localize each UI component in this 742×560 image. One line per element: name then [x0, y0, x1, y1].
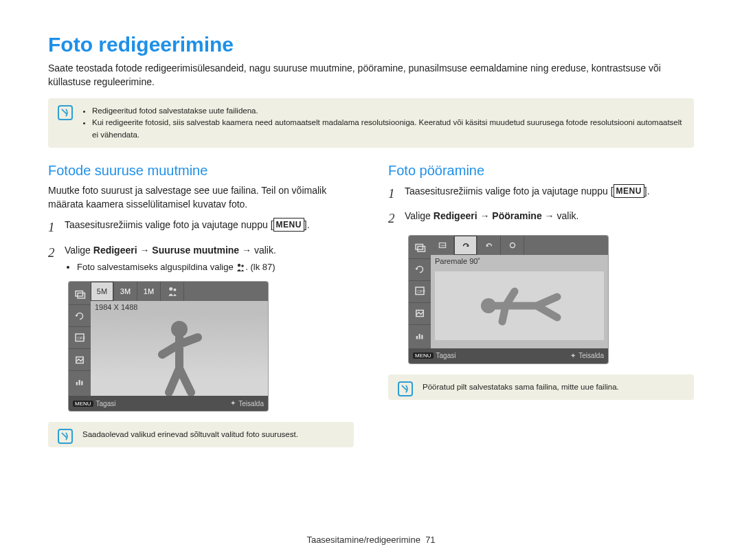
intro-paragraph: Saate teostada fotode redigeerimisülesan… [48, 62, 694, 89]
step-text: Taasesitusrežiimis valige foto ja vajuta… [405, 186, 611, 197]
right-note-text: Pööratud pilt salvestataks sama failina,… [423, 383, 619, 391]
sub-bullet-ref: . (lk 87) [245, 262, 275, 272]
step2-bold: Redigeeri → Suuruse muutmine [93, 245, 239, 256]
step-end: . [647, 186, 650, 197]
sidebar-resize-icon [409, 237, 431, 259]
bottom-back-label: Tagasi [436, 352, 456, 359]
svg-rect-20 [421, 335, 423, 339]
left-note-text: Saadaolevad valikud erinevad sõltuvalt v… [82, 430, 298, 438]
step-end: . [307, 219, 310, 230]
rotate-label: Paremale 90˚ [431, 255, 608, 267]
tab-people-icon[interactable] [161, 282, 184, 301]
screen-bottom-bar: MENU Tagasi ✦ Teisalda [409, 348, 608, 363]
rotate-180-icon[interactable] [501, 236, 524, 255]
left-note-box: Saadaolevad valikud erinevad sõltuvalt v… [48, 422, 354, 447]
bottom-move-label: Teisalda [578, 352, 604, 359]
sidebar-resize-icon [69, 283, 91, 305]
dimension-label: 1984 X 1488 [91, 301, 268, 313]
svg-point-1 [241, 265, 244, 267]
svg-rect-19 [419, 334, 420, 339]
tab-1m[interactable]: 1M [137, 282, 161, 301]
svg-point-0 [238, 263, 240, 266]
step2-pre: Valige [65, 245, 93, 256]
right-column: Foto pööramine 1 Taasesitusrežiimis vali… [388, 163, 694, 462]
right-step-1: 1 Taasesitusrežiimis valige foto ja vaju… [388, 184, 694, 204]
sidebar-bars-icon [69, 371, 91, 393]
bottom-move-label: Teisalda [238, 400, 264, 407]
svg-rect-18 [416, 336, 418, 339]
menu-button-label: MENU [614, 184, 644, 198]
step2-post: → valik. [239, 245, 276, 256]
rotate-right-icon[interactable] [454, 236, 477, 255]
step2-post: → valik. [542, 210, 579, 221]
bottom-menu-label: MENU [73, 401, 93, 407]
sidebar-edit-icon: OFF [409, 281, 431, 303]
size-tabs: 5M 3M 1M [91, 282, 268, 301]
bottom-menu-label: MENU [413, 352, 434, 359]
page-footer: Taasesitamine/redigeerimine 71 [0, 535, 742, 545]
right-heading: Foto pööramine [388, 163, 694, 179]
left-column: Fotode suuruse muutmine Muutke foto suur… [48, 163, 354, 462]
svg-text:OFF: OFF [417, 290, 425, 294]
step-number: 1 [388, 184, 398, 204]
tab-3m[interactable]: 3M [114, 282, 137, 301]
info-icon [398, 381, 413, 396]
screen-sidebar: OFF [409, 236, 431, 348]
rotate-left-icon[interactable] [477, 236, 501, 255]
rotate-screen: OFF OFF Paremale 90˚ [409, 236, 608, 363]
left-heading: Fotode suuruse muutmine [48, 163, 354, 179]
screen-bottom-bar: MENU Tagasi ✦ Teisalda [69, 396, 268, 411]
sidebar-edit-icon: OFF [69, 327, 91, 349]
svg-point-11 [173, 289, 176, 291]
dpad-icon: ✦ [570, 352, 576, 359]
step2-pre: Valige [405, 210, 434, 221]
step2-bold: Redigeeri → Pööramine [434, 210, 542, 221]
dpad-icon: ✦ [230, 400, 236, 407]
sidebar-image-icon [409, 303, 431, 325]
page-title: Foto redigeerimine [48, 33, 694, 56]
bottom-back-label: Tagasi [96, 400, 116, 407]
rotate-tabs: OFF [431, 236, 608, 255]
sidebar-rotate-icon [69, 305, 91, 327]
left-sub-bullet: Foto salvestamiseks alguspildina valige … [77, 260, 354, 276]
left-desc: Muutke foto suurust ja salvestage see uu… [48, 184, 354, 211]
info-icon [58, 429, 73, 444]
svg-text:OFF: OFF [440, 244, 446, 247]
step-number: 2 [48, 243, 58, 276]
left-step-1: 1 Taasesitusrežiimis valige foto ja vaju… [48, 218, 354, 238]
sidebar-bars-icon [409, 325, 431, 347]
sidebar-rotate-icon [409, 259, 431, 281]
svg-rect-9 [81, 381, 82, 385]
sidebar-image-icon [69, 349, 91, 371]
rotate-off-icon[interactable]: OFF [431, 236, 454, 255]
svg-text:OFF: OFF [77, 336, 85, 340]
svg-rect-8 [79, 380, 80, 385]
step-text: Taasesitusrežiimis valige foto ja vajuta… [65, 219, 271, 230]
info-icon [58, 105, 73, 120]
svg-point-10 [169, 287, 172, 291]
screen-sidebar: OFF [69, 282, 91, 396]
people-icon [236, 262, 245, 276]
step-number: 2 [388, 209, 398, 229]
resize-screen: OFF 5M 3M 1M 1984 X 1488 [69, 282, 268, 411]
top-note-item: Redigeeritud fotod salvestatakse uute fa… [92, 105, 684, 117]
top-note-item: Kui redigeerite fotosid, siis salvestab … [92, 117, 684, 141]
left-step-2: 2 Valige Redigeeri → Suuruse muutmine → … [48, 243, 354, 276]
footer-section: Taasesitamine/redigeerimine [306, 535, 420, 545]
right-step-2: 2 Valige Redigeeri → Pööramine → valik. [388, 209, 694, 229]
top-note-box: Redigeeritud fotod salvestatakse uute fa… [48, 98, 694, 148]
step-number: 1 [48, 218, 58, 238]
tab-5m[interactable]: 5M [91, 282, 114, 301]
sub-bullet-text: Foto salvestamiseks alguspildina valige [77, 262, 236, 272]
right-note-box: Pööratud pilt salvestataks sama failina,… [388, 374, 694, 400]
menu-button-label: MENU [273, 218, 304, 232]
photo-preview [91, 313, 268, 396]
photo-preview-rotated [435, 271, 604, 340]
footer-page-number: 71 [425, 535, 435, 545]
svg-rect-7 [76, 382, 78, 385]
